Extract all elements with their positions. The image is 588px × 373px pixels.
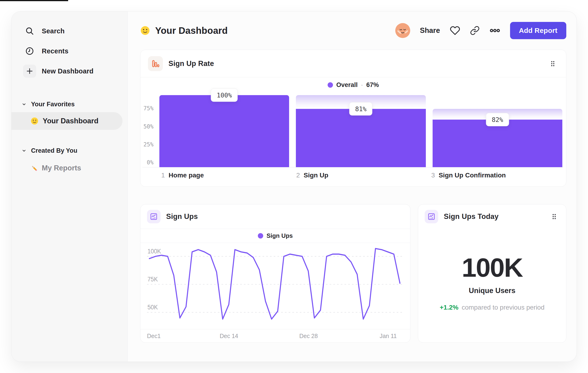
sidebar-item-label: Search	[42, 27, 65, 35]
card-header: Sign Ups	[140, 204, 410, 229]
funnel-bar-fill	[159, 95, 289, 167]
page-title: Your Dashboard	[155, 25, 228, 36]
legend-dot	[258, 233, 263, 239]
app-window: Search Recents New Dashboard Your Favori…	[11, 11, 577, 362]
sidebar-item-label: Your Dashboard	[43, 117, 98, 125]
funnel-bar[interactable]: 82%	[433, 95, 562, 167]
card-title: Sign Ups Today	[444, 212, 545, 221]
sidebar-item-your-dashboard[interactable]: Your Dashboard	[11, 112, 123, 130]
heart-icon[interactable]	[450, 25, 460, 36]
drag-handle-icon[interactable]	[550, 213, 558, 221]
sign-ups-card: Sign Ups Sign Ups 100K75K50K Dec1Dec 14D…	[140, 204, 410, 343]
funnel-y-tick: 75%	[142, 106, 154, 111]
sidebar-item-search[interactable]: Search	[23, 24, 127, 38]
sidebar: Search Recents New Dashboard Your Favori…	[11, 11, 128, 362]
svg-text:75K: 75K	[147, 276, 158, 283]
card-title: Sign Ups	[166, 212, 404, 221]
x-tick-label: Jan 11	[380, 333, 397, 339]
section-title: Your Favorites	[31, 101, 75, 108]
svg-text:100K: 100K	[147, 248, 161, 255]
svg-text:50K: 50K	[147, 303, 158, 311]
drag-handle-icon[interactable]	[549, 60, 557, 68]
created-section-header[interactable]: Created By You	[21, 146, 127, 155]
x-tick-label: Dec 14	[220, 333, 238, 339]
ellipsis-icon[interactable]	[490, 25, 500, 36]
card-title: Sign Up Rate	[168, 60, 543, 68]
funnel-bar[interactable]: 81%	[296, 95, 426, 167]
pencil-icon	[31, 164, 38, 172]
funnel-step-label: 2Sign Up	[296, 171, 425, 179]
funnel-step-label: 1Home page	[161, 171, 290, 179]
funnel-y-tick: 50%	[142, 124, 154, 129]
sidebar-item-label: New Dashboard	[42, 67, 94, 75]
avatar[interactable]	[395, 23, 410, 38]
section-title: Created By You	[31, 147, 77, 154]
sign-up-rate-card: Sign Up Rate Overall · 67% 0%25%50%75%10…	[140, 50, 566, 187]
funnel-y-tick: 0%	[142, 160, 154, 165]
funnel-plot: 0%25%50%75%100%81%82%	[142, 95, 563, 167]
x-tick-label: Dec 28	[299, 333, 318, 339]
sign-ups-today-card: Sign Ups Today 100K Unique Users +1.2% c…	[418, 204, 566, 343]
sidebar-item-recents[interactable]: Recents	[23, 45, 127, 58]
legend-separator: ·	[361, 81, 363, 89]
legend-value: 67%	[366, 81, 379, 89]
bottom-row: Sign Ups Sign Ups 100K75K50K Dec1Dec 14D…	[140, 204, 566, 343]
funnel-step-labels: 1Home page2Sign Up3Sign Up Confirmation	[161, 171, 559, 179]
funnel-chart: 0%25%50%75%100%81%82% 1Home page2Sign Up…	[142, 95, 563, 179]
share-button[interactable]: Share	[420, 26, 440, 35]
stat-delta-row: +1.2% compared to previous period	[440, 304, 544, 311]
legend-label: Overall	[336, 81, 358, 89]
line-chart: 100K75K50K	[147, 243, 404, 329]
sidebar-nav: Search Recents New Dashboard	[11, 24, 127, 78]
stat-value: 100K	[462, 254, 523, 281]
smiley-emoji-icon	[31, 117, 39, 125]
legend-dot	[328, 82, 333, 88]
funnel-step-label: 3Sign Up Confirmation	[431, 171, 559, 179]
recents-icon	[23, 45, 36, 58]
search-icon	[23, 24, 36, 38]
legend: Overall · 67%	[140, 77, 566, 92]
page-header: Your Dashboard Share Add Report	[140, 11, 566, 50]
legend-label: Sign Ups	[266, 232, 293, 239]
stat-body: 100K Unique Users +1.2% compared to prev…	[418, 229, 566, 311]
funnel-bar-fill	[433, 120, 562, 167]
funnel-y-tick: 25%	[142, 142, 154, 147]
stat-label: Unique Users	[469, 286, 515, 295]
stat-delta: +1.2%	[440, 304, 458, 311]
favorites-section-header[interactable]: Your Favorites	[21, 100, 127, 109]
sidebar-item-my-reports[interactable]: My Reports	[31, 164, 127, 172]
chevron-down-icon	[21, 101, 27, 107]
main-content: Your Dashboard Share Add Report	[128, 11, 577, 362]
title-group: Your Dashboard	[140, 25, 228, 36]
sidebar-item-label: Recents	[42, 47, 68, 55]
add-report-button[interactable]: Add Report	[510, 22, 566, 39]
header-actions: Share Add Report	[395, 22, 567, 39]
bar-chart-icon	[148, 56, 163, 71]
window-edge-artifact	[0, 0, 68, 1]
sidebar-item-label: My Reports	[42, 164, 81, 172]
stat-delta-context: compared to previous period	[462, 304, 545, 311]
link-icon[interactable]	[470, 26, 480, 35]
card-header: Sign Up Rate	[140, 50, 566, 77]
conversion-tooltip: 81%	[349, 102, 372, 115]
sidebar-item-new-dashboard[interactable]: New Dashboard	[23, 65, 127, 78]
created-by-you-section: Created By You My Reports	[11, 146, 127, 172]
chevron-down-icon	[21, 148, 27, 153]
x-tick-label: Dec1	[147, 333, 160, 339]
line-chart-icon	[425, 210, 438, 223]
conversion-tooltip: 82%	[486, 113, 509, 126]
funnel-bar-fill	[296, 109, 426, 167]
plus-icon	[23, 65, 36, 78]
smiley-emoji-icon	[140, 26, 150, 35]
conversion-tooltip: 100%	[211, 89, 238, 102]
x-axis: Dec1Dec 14Dec 28Jan 11	[140, 329, 410, 343]
card-header: Sign Ups Today	[418, 204, 566, 229]
legend: Sign Ups	[140, 229, 410, 243]
line-chart-icon	[147, 210, 160, 223]
funnel-bar[interactable]: 100%	[159, 95, 289, 167]
favorites-section: Your Favorites Your Dashboard	[11, 100, 127, 130]
